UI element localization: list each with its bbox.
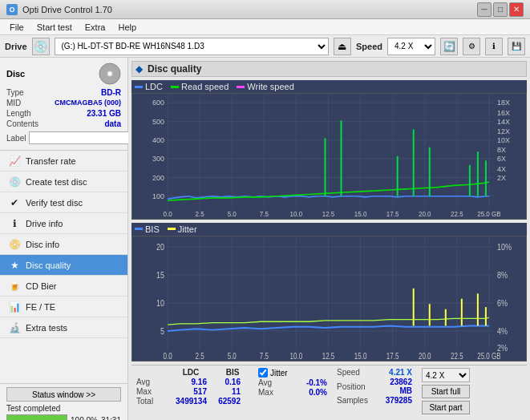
- cd-bier-icon: 🍺: [8, 280, 21, 293]
- status-window-button[interactable]: Status window >>: [6, 387, 121, 402]
- svg-text:22.5: 22.5: [451, 351, 463, 360]
- svg-text:15.0: 15.0: [354, 351, 367, 360]
- avg-bis: 0.16: [212, 378, 241, 386]
- chart-title: Disc quality: [148, 63, 201, 75]
- sidebar-item-disc-quality[interactable]: ★ Disc quality: [0, 255, 127, 276]
- save-button[interactable]: 💾: [508, 38, 525, 55]
- sidebar-item-cd-bier[interactable]: 🍺 CD Bier: [0, 276, 127, 297]
- top-chart-panel: 600 500 400 300 200 100 18X 16X 14X 12X …: [131, 93, 527, 220]
- info-button[interactable]: ℹ: [485, 38, 503, 55]
- menu-start-test[interactable]: Start test: [30, 21, 79, 34]
- svg-text:2.5: 2.5: [196, 351, 204, 360]
- top-chart-svg: 600 500 400 300 200 100 18X 16X 14X 12X …: [132, 94, 526, 219]
- svg-text:8%: 8%: [497, 269, 508, 279]
- start-full-button[interactable]: Start full: [422, 385, 470, 398]
- svg-text:4X: 4X: [497, 164, 507, 173]
- disc-info-header: Disc: [6, 63, 121, 85]
- jitter-color: [168, 228, 176, 230]
- avg-ldc: 9.16: [170, 378, 207, 386]
- max-label: Max: [136, 387, 165, 396]
- sidebar-item-fe-te[interactable]: 📊 FE / TE: [0, 297, 127, 317]
- svg-text:16X: 16X: [497, 107, 511, 117]
- disc-quality-icon: ★: [8, 259, 21, 272]
- stats-header-row: LDC BIS: [136, 368, 249, 377]
- sidebar-item-verify-test-disc[interactable]: ✔ Verify test disc: [0, 192, 127, 213]
- sidebar-item-create-test-disc[interactable]: 💿 Create test disc: [0, 172, 127, 192]
- drive-bar: Drive 💿 (G:) HL-DT-ST BD-RE WH16NS48 1.D…: [0, 35, 530, 58]
- position-row: Position 23862 MB: [337, 378, 412, 395]
- disc-label-input[interactable]: [29, 131, 136, 144]
- sidebar-item-extra-tests[interactable]: 🔬 Extra tests: [0, 317, 127, 338]
- drive-select[interactable]: (G:) HL-DT-ST BD-RE WH16NS48 1.D3: [55, 38, 329, 55]
- svg-text:17.5: 17.5: [386, 351, 399, 360]
- disc-label-key: Label: [6, 134, 26, 143]
- sidebar-item-disc-info[interactable]: 📀 Disc info: [0, 234, 127, 255]
- svg-text:17.5: 17.5: [386, 210, 399, 219]
- status-progress-row: Test completed: [6, 404, 121, 413]
- speed-position-section: Speed 4.21 X Position 23862 MB Samples 3…: [337, 368, 412, 405]
- menu-file[interactable]: File: [3, 21, 30, 34]
- total-ldc: 3499134: [170, 397, 207, 406]
- disc-label-row: Label 🔍: [6, 131, 121, 145]
- svg-text:5.0: 5.0: [228, 351, 237, 360]
- fe-te-icon: 📊: [8, 301, 21, 313]
- disc-contents-label: Contents: [6, 119, 38, 128]
- svg-rect-55: [132, 236, 526, 361]
- legend-read-speed: Read speed: [171, 82, 229, 91]
- start-part-button[interactable]: Start part: [422, 401, 470, 414]
- minimize-button[interactable]: ─: [477, 2, 492, 17]
- svg-text:20: 20: [156, 241, 164, 251]
- main-content: Disc Type BD-R MID CMCMAGBA5 (000) Lengt…: [0, 58, 530, 420]
- app-icon: O: [6, 4, 18, 15]
- create-test-disc-label: Create test disc: [26, 177, 87, 187]
- progress-bar-inner: [7, 415, 67, 420]
- svg-text:4%: 4%: [497, 325, 508, 335]
- svg-text:2X: 2X: [497, 172, 507, 182]
- sidebar-item-drive-info[interactable]: ℹ Drive info: [0, 213, 127, 234]
- position-label: Position: [337, 382, 372, 391]
- svg-text:10: 10: [156, 297, 164, 307]
- status-bar: Status window >> Test completed 100.0% 3…: [0, 383, 127, 420]
- svg-text:20.0: 20.0: [419, 210, 431, 219]
- disc-svg-icon: [99, 63, 121, 85]
- svg-text:12X: 12X: [497, 127, 511, 136]
- disc-type-value: BD-R: [101, 88, 121, 97]
- disc-mid-row: MID CMCMAGBA5 (000): [6, 99, 121, 107]
- settings-button[interactable]: ⚙: [463, 38, 480, 55]
- disc-mid-label: MID: [6, 99, 21, 107]
- svg-text:400: 400: [152, 135, 164, 145]
- legend-ldc-label: LDC: [145, 82, 163, 91]
- sidebar-item-transfer-rate[interactable]: 📈 Transfer rate: [0, 151, 127, 172]
- read-speed-color: [171, 86, 179, 88]
- chart-header: ◆ Disc quality: [131, 61, 527, 77]
- drive-info-label: Drive info: [26, 219, 63, 228]
- jitter-checkbox[interactable]: [258, 368, 268, 378]
- svg-text:2.5: 2.5: [196, 210, 204, 219]
- max-ldc: 517: [170, 387, 207, 396]
- speed-dropdown-select[interactable]: 4.2 X: [422, 368, 470, 382]
- create-test-disc-icon: 💿: [8, 176, 21, 188]
- spacer: [136, 368, 165, 377]
- svg-text:5.0: 5.0: [228, 210, 237, 219]
- eject-button[interactable]: ⏏: [334, 38, 351, 55]
- close-button[interactable]: ✕: [509, 2, 524, 17]
- svg-text:0.0: 0.0: [164, 210, 172, 219]
- jitter-avg-val: -0.1%: [290, 378, 327, 387]
- speed-select[interactable]: 4.2 X: [387, 38, 435, 55]
- menu-extra[interactable]: Extra: [79, 21, 112, 34]
- disc-contents-value: data: [104, 119, 121, 128]
- svg-text:300: 300: [152, 154, 164, 164]
- speed-value: 4.21 X: [375, 368, 412, 377]
- disc-info-label: Disc info: [26, 240, 59, 249]
- legend-write-speed-label: Write speed: [247, 82, 294, 91]
- stats-bar: LDC BIS Avg 9.16 0.16 Max 517 11 Total 3…: [131, 365, 527, 417]
- disc-type-label: Type: [6, 88, 24, 97]
- chart-area: ◆ Disc quality LDC Read speed Write spee…: [128, 58, 530, 420]
- maximize-button[interactable]: □: [493, 2, 508, 17]
- menu-help[interactable]: Help: [111, 21, 143, 34]
- svg-text:10.0: 10.0: [290, 210, 303, 219]
- fe-te-label: FE / TE: [26, 302, 55, 312]
- refresh-button[interactable]: 🔄: [440, 38, 458, 55]
- avg-row: Avg 9.16 0.16: [136, 378, 249, 386]
- max-row: Max 517 11: [136, 387, 249, 396]
